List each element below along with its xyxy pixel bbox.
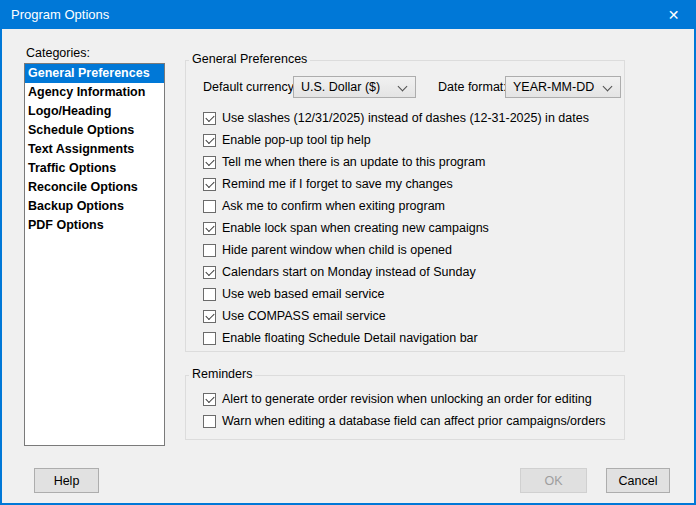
- checkbox[interactable]: [203, 156, 216, 169]
- checkbox-row-floating-navbar[interactable]: Enable floating Schedule Detail navigati…: [203, 327, 616, 349]
- checkbox[interactable]: [203, 178, 216, 191]
- checkbox-label[interactable]: Calendars start on Monday instead of Sun…: [222, 265, 476, 279]
- checkbox[interactable]: [203, 310, 216, 323]
- checkbox[interactable]: [203, 266, 216, 279]
- checkbox-row-use-slashes[interactable]: Use slashes (12/31/2025) instead of dash…: [203, 107, 616, 129]
- titlebar[interactable]: Program Options ✕: [0, 0, 696, 29]
- checkbox[interactable]: [203, 200, 216, 213]
- listbox-item-text-assignments[interactable]: Text Assignments: [25, 140, 164, 159]
- checkbox-label[interactable]: Use web based email service: [222, 287, 385, 301]
- checkbox-label[interactable]: Alert to generate order revision when un…: [222, 392, 592, 406]
- checkbox[interactable]: [203, 393, 216, 406]
- cancel-button[interactable]: Cancel: [606, 468, 670, 493]
- checkbox-label[interactable]: Tell me when there is an update to this …: [222, 155, 485, 169]
- checkbox[interactable]: [203, 332, 216, 345]
- ok-button[interactable]: OK: [520, 468, 587, 493]
- checkbox[interactable]: [203, 112, 216, 125]
- date-format-select[interactable]: YEAR-MM-DD: [505, 76, 621, 98]
- listbox-item-traffic-options[interactable]: Traffic Options: [25, 159, 164, 178]
- checkbox[interactable]: [203, 244, 216, 257]
- listbox-item-logo-heading[interactable]: Logo/Heading: [25, 102, 164, 121]
- chevron-down-icon: [603, 82, 613, 92]
- reminders-group: Reminders Alert to generate order revisi…: [185, 375, 625, 440]
- checkbox-row-web-email[interactable]: Use web based email service: [203, 283, 616, 305]
- checkbox-row-lock-span[interactable]: Enable lock span when creating new campa…: [203, 217, 616, 239]
- help-button[interactable]: Help: [34, 468, 99, 493]
- listbox-item-reconcile-options[interactable]: Reconcile Options: [25, 178, 164, 197]
- chevron-down-icon: [398, 82, 408, 92]
- currency-select[interactable]: U.S. Dollar ($): [293, 76, 416, 98]
- checkbox-row-remind-save[interactable]: Remind me if I forget to save my changes: [203, 173, 616, 195]
- categories-label: Categories:: [26, 46, 90, 60]
- general-checkbox-list: Use slashes (12/31/2025) instead of dash…: [203, 107, 616, 349]
- reminders-checkbox-list: Alert to generate order revision when un…: [203, 388, 616, 432]
- reminders-group-title: Reminders: [189, 367, 255, 381]
- checkbox[interactable]: [203, 222, 216, 235]
- checkbox-label[interactable]: Use COMPASS email service: [222, 309, 386, 323]
- checkbox-row-hide-parent[interactable]: Hide parent window when child is opened: [203, 239, 616, 261]
- date-format-label: Date format:: [438, 80, 507, 94]
- checkbox-label[interactable]: Ask me to confirm when exiting program: [222, 199, 445, 213]
- checkbox-label[interactable]: Enable floating Schedule Detail navigati…: [222, 331, 478, 345]
- close-button[interactable]: ✕: [651, 0, 696, 29]
- checkbox-label[interactable]: Enable lock span when creating new campa…: [222, 221, 489, 235]
- checkbox-label[interactable]: Use slashes (12/31/2025) instead of dash…: [222, 111, 589, 125]
- checkbox-row-popup-tooltip[interactable]: Enable pop-up tool tip help: [203, 129, 616, 151]
- checkbox-row-alert-order-revision[interactable]: Alert to generate order revision when un…: [203, 388, 616, 410]
- currency-date-row: Default currency: U.S. Dollar ($) Date f…: [186, 76, 624, 98]
- listbox-item-backup-options[interactable]: Backup Options: [25, 197, 164, 216]
- checkbox-row-monday-start[interactable]: Calendars start on Monday instead of Sun…: [203, 261, 616, 283]
- window-title: Program Options: [0, 7, 109, 22]
- checkbox-label[interactable]: Warn when editing a database field can a…: [222, 414, 606, 428]
- default-currency-label: Default currency:: [203, 80, 297, 94]
- general-preferences-group-title: General Preferences: [189, 52, 310, 66]
- checkbox-row-update-notify[interactable]: Tell me when there is an update to this …: [203, 151, 616, 173]
- checkbox[interactable]: [203, 288, 216, 301]
- checkbox[interactable]: [203, 134, 216, 147]
- program-options-dialog: Program Options ✕ Categories: General Pr…: [0, 0, 696, 505]
- listbox-item-agency-information[interactable]: Agency Information: [25, 83, 164, 102]
- date-format-select-value: YEAR-MM-DD: [513, 80, 594, 94]
- checkbox-label[interactable]: Remind me if I forget to save my changes: [222, 177, 453, 191]
- currency-select-value: U.S. Dollar ($): [301, 80, 380, 94]
- listbox-item-schedule-options[interactable]: Schedule Options: [25, 121, 164, 140]
- listbox-item-pdf-options[interactable]: PDF Options: [25, 216, 164, 235]
- listbox-item-general-preferences[interactable]: General Preferences: [25, 64, 164, 83]
- categories-listbox[interactable]: General Preferences Agency Information L…: [24, 63, 165, 446]
- checkbox-row-warn-database-edit[interactable]: Warn when editing a database field can a…: [203, 410, 616, 432]
- checkbox-row-confirm-exit[interactable]: Ask me to confirm when exiting program: [203, 195, 616, 217]
- checkbox-label[interactable]: Enable pop-up tool tip help: [222, 133, 371, 147]
- general-preferences-group: General Preferences Default currency: U.…: [185, 60, 625, 352]
- checkbox-label[interactable]: Hide parent window when child is opened: [222, 243, 452, 257]
- close-icon: ✕: [668, 8, 680, 22]
- checkbox-row-compass-email[interactable]: Use COMPASS email service: [203, 305, 616, 327]
- checkbox[interactable]: [203, 415, 216, 428]
